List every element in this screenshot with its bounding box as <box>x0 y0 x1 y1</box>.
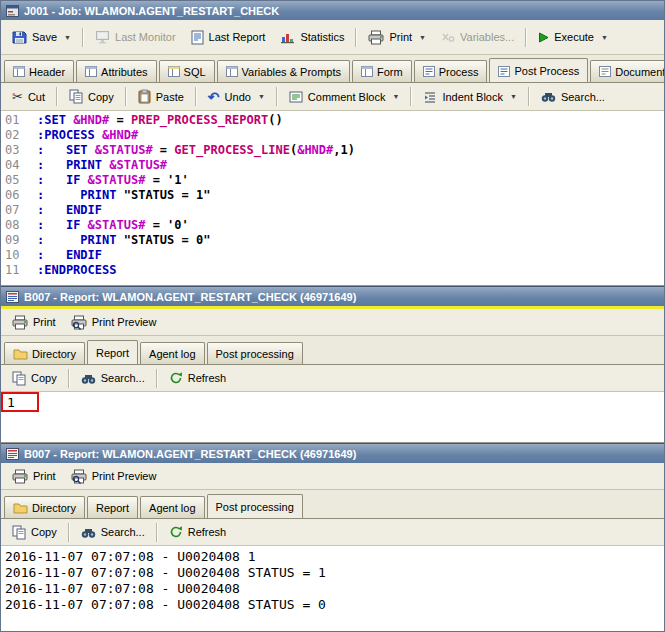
report-1-tabstrip: Directory Report Agent log Post processi… <box>1 336 664 365</box>
code-token: IF <box>66 218 80 232</box>
save-icon <box>12 30 27 45</box>
tab-directory[interactable]: Directory <box>4 496 85 518</box>
undo-dropdown-icon[interactable]: ▼ <box>258 93 265 100</box>
code-line: 05: IF &STATUS# = '1' <box>1 173 664 188</box>
report-copy-button[interactable]: Copy <box>5 522 64 543</box>
report-window-1-titlebar[interactable]: B007 - Report: WLAMON.AGENT_RESTART_CHEC… <box>1 286 664 306</box>
comment-block-button[interactable]: Comment Block ▼ <box>282 87 407 107</box>
report-print-label: Print <box>33 470 56 482</box>
tab-report[interactable]: Report <box>87 340 138 365</box>
report-content[interactable]: 1 <box>1 392 664 443</box>
copy-icon <box>12 371 26 386</box>
report-search-button[interactable]: Search... <box>74 523 152 542</box>
report-search-label: Search... <box>101 372 145 384</box>
tab-attributes[interactable]: Attributes <box>76 60 156 82</box>
code-line: 07: ENDIF <box>1 203 664 218</box>
indent-block-button[interactable]: Indent Block ▼ <box>416 87 523 107</box>
tab-icon-sql <box>168 66 180 77</box>
search-button[interactable]: Search... <box>534 87 612 106</box>
tab-directory[interactable]: Directory <box>4 342 85 364</box>
code-token <box>44 188 80 202</box>
code-line: 06: PRINT "STATUS = 1" <box>1 188 664 203</box>
line-number: 03 <box>5 143 27 158</box>
code-token <box>44 233 80 247</box>
tab-label: Report <box>96 502 129 514</box>
report-print-button[interactable]: Print <box>5 466 63 487</box>
tab-post-processing[interactable]: Post processing <box>207 494 303 519</box>
report-2-tabstrip: Directory Report Agent log Post processi… <box>1 490 664 519</box>
tab-icon-documentation <box>599 66 611 77</box>
report-refresh-label: Refresh <box>188 372 227 384</box>
tab-post-processing[interactable]: Post processing <box>207 342 303 364</box>
report-window-1-title: B007 - Report: WLAMON.AGENT_RESTART_CHEC… <box>24 291 356 303</box>
tab-label: Form <box>377 66 403 78</box>
code-token: ENDIF <box>66 248 102 262</box>
job-window-titlebar[interactable]: J001 - Job: WLAMON.AGENT_RESTART_CHECK <box>1 1 664 20</box>
tab-agent-log[interactable]: Agent log <box>140 496 204 518</box>
variables-icon <box>441 31 455 43</box>
log-line: 2016-11-07 07:07:08 - U0020408 1 <box>5 549 660 565</box>
code-token: IF <box>66 173 80 187</box>
report-search-button[interactable]: Search... <box>74 369 152 388</box>
tab-label: Documentation <box>615 66 664 78</box>
tab-label: Post processing <box>216 348 294 360</box>
report-print-preview-button[interactable]: Print Preview <box>64 312 164 333</box>
tab-documentation[interactable]: Documentation <box>590 60 664 82</box>
report-window-2-titlebar[interactable]: B007 - Report: WLAMON.AGENT_RESTART_CHEC… <box>1 443 664 463</box>
execute-dropdown-icon[interactable]: ▼ <box>601 34 608 41</box>
tab-label: Attributes <box>101 66 147 78</box>
print-label: Print <box>389 31 412 43</box>
report-window-2-title: B007 - Report: WLAMON.AGENT_RESTART_CHEC… <box>24 448 356 460</box>
tab-form[interactable]: Form <box>352 60 412 82</box>
variables-label: Variables... <box>460 31 514 43</box>
tab-agent-log[interactable]: Agent log <box>140 342 204 364</box>
last-monitor-button[interactable]: Last Monitor <box>88 27 183 47</box>
report-refresh-button[interactable]: Refresh <box>162 522 234 542</box>
monitor-icon <box>95 30 110 44</box>
search-label: Search... <box>561 91 605 103</box>
last-report-button[interactable]: Last Report <box>184 27 273 48</box>
comment-block-dropdown-icon[interactable]: ▼ <box>392 93 399 100</box>
statistics-button[interactable]: Statistics <box>273 27 351 47</box>
log-line: 2016-11-07 07:07:08 - U0020408 STATUS = … <box>5 597 660 613</box>
toolbar-separator <box>68 523 70 542</box>
report-print-button[interactable]: Print <box>5 312 63 333</box>
save-button[interactable]: Save ▼ <box>5 27 78 48</box>
binoculars-icon <box>541 90 556 103</box>
statistics-label: Statistics <box>300 31 344 43</box>
tab-variables-prompts[interactable]: Variables & Prompts <box>217 60 350 82</box>
code-token: = '1' <box>145 173 188 187</box>
code-token: PRINT <box>66 158 102 172</box>
indent-block-dropdown-icon[interactable]: ▼ <box>510 93 517 100</box>
report-refresh-button[interactable]: Refresh <box>162 368 234 388</box>
report-print-preview-button[interactable]: Print Preview <box>64 466 164 487</box>
tab-post-process[interactable]: Post Process <box>489 58 588 83</box>
code-token: GET_PROCESS_LINE <box>174 143 290 157</box>
execute-button[interactable]: Execute ▼ <box>531 28 615 46</box>
report-copy-button[interactable]: Copy <box>5 368 64 389</box>
report-print-label: Print <box>33 316 56 328</box>
tab-icon-post-process <box>498 66 510 77</box>
print-button[interactable]: Print ▼ <box>361 27 433 48</box>
undo-button[interactable]: ↶ Undo ▼ <box>201 88 272 106</box>
print-dropdown-icon[interactable]: ▼ <box>419 34 426 41</box>
save-label: Save <box>32 31 57 43</box>
tab-icon-attributes <box>85 66 97 77</box>
cut-button[interactable]: ✂ Cut <box>5 88 52 106</box>
line-number: 06 <box>5 188 27 203</box>
print-preview-icon <box>71 469 87 484</box>
code-token: = '0' <box>145 218 188 232</box>
tab-header[interactable]: Header <box>4 60 74 82</box>
variables-button[interactable]: Variables... <box>434 28 521 46</box>
copy-button[interactable]: Copy <box>62 86 121 107</box>
script-editor[interactable]: 01:SET &HND# = PREP_PROCESS_REPORT()02:P… <box>1 111 664 286</box>
paste-button[interactable]: Paste <box>131 86 191 107</box>
post-processing-log[interactable]: 2016-11-07 07:07:08 - U0020408 12016-11-… <box>1 546 664 631</box>
tab-report[interactable]: Report <box>87 496 138 518</box>
toolbar-separator <box>125 87 127 106</box>
code-token: :SET <box>37 113 66 127</box>
code-token: &STATUS# <box>88 218 146 232</box>
tab-process[interactable]: Process <box>414 60 488 82</box>
save-dropdown-icon[interactable]: ▼ <box>64 34 71 41</box>
tab-sql[interactable]: SQL <box>159 60 215 82</box>
